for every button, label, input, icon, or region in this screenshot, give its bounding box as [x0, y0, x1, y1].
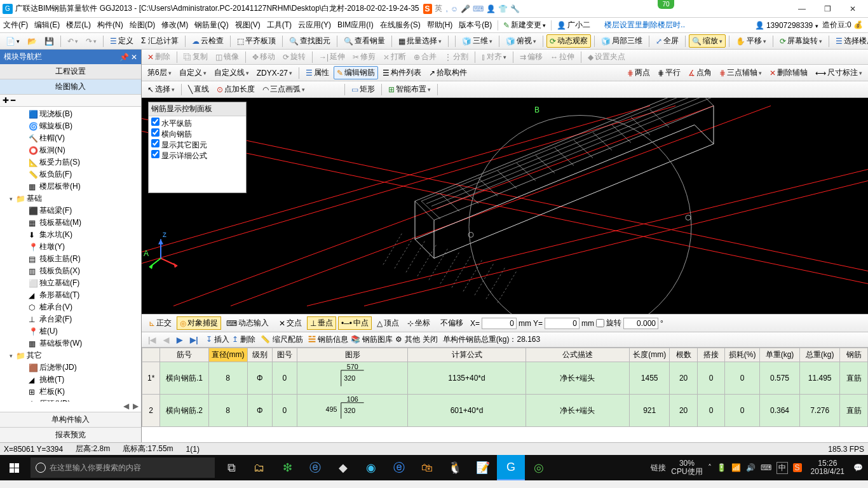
tree-桩(U)[interactable]: 📍桩(U) — [0, 325, 141, 337]
offset-mode[interactable]: 不偏移 — [437, 316, 466, 330]
member-select[interactable]: ZDYX-27 — [254, 67, 295, 79]
tree-独立基础(F)[interactable]: ⬜独立基础(F) — [0, 277, 141, 289]
dyn-input-button[interactable]: ⌨ 动态输入 — [223, 316, 272, 330]
tree-柱墩(Y)[interactable]: 📍柱墩(Y) — [0, 241, 141, 253]
two-point-button[interactable]: ⋕ 两点 — [624, 66, 653, 79]
delete-row-button[interactable]: ↥ 删除 — [232, 334, 255, 345]
select-floor-button[interactable]: ☰ 选择楼层 — [832, 34, 868, 48]
account-button[interactable]: 👤 13907298339 ▾ — [755, 21, 818, 30]
col-13[interactable]: 总重(kg) — [800, 348, 840, 362]
menu-版本号(B)[interactable]: 版本号(B) — [456, 20, 495, 29]
menu-修改(M)[interactable]: 修改(M) — [158, 20, 191, 29]
ime-indicator[interactable]: S 英 ,☺🎤⌨👤👕🔧 — [423, 3, 522, 14]
user-button[interactable]: 👤广小二 — [554, 20, 593, 30]
col-2[interactable]: 直径(mm) — [208, 348, 247, 362]
app-icon-2[interactable]: ◉ — [357, 455, 385, 480]
menu-楼层(L)[interactable]: 楼层(L) — [63, 20, 94, 29]
define-button[interactable]: ☰ 定义 — [107, 34, 137, 48]
col-1[interactable]: 筋号 — [160, 348, 208, 362]
perpendicular-button[interactable]: ⊥ 垂点 — [307, 316, 336, 330]
coord-button[interactable]: ⊹ 坐标 — [404, 316, 433, 330]
y-input[interactable] — [545, 318, 580, 329]
cloud-check-button[interactable]: ☁ 云检查 — [189, 34, 227, 48]
col-12[interactable]: 单重(kg) — [759, 348, 799, 362]
scale-rebar-button[interactable]: 📏 缩尺配筋 — [261, 334, 302, 345]
menu-构件(N)[interactable]: 构件(N) — [94, 20, 126, 29]
mirror-button[interactable]: ◫ 镜像 — [212, 50, 242, 64]
col-0[interactable] — [142, 348, 160, 362]
tree-螺旋板(B)[interactable]: 🌀螺旋板(B) — [0, 120, 141, 132]
local-3d-button[interactable]: 🧊 局部三维 — [598, 34, 646, 48]
col-9[interactable]: 根数 — [670, 348, 698, 362]
delete-axis-button[interactable]: ✕ 删除辅轴 — [766, 66, 811, 79]
ortho-button[interactable]: ⊾ 正交 — [146, 316, 175, 330]
screen-rotate-button[interactable]: ⟳ 屏幕旋转 — [776, 34, 825, 48]
link-label[interactable]: 链接 — [651, 463, 666, 473]
rebar-library-button[interactable]: 📚 钢筋图库 — [351, 334, 393, 345]
pin-icon[interactable]: 📌 ✕ — [119, 53, 137, 62]
ime-s-tray[interactable]: S — [793, 463, 802, 472]
store-icon[interactable]: 🛍 — [413, 455, 441, 480]
table-row[interactable]: 1*横向钢筋.18Φ05703201135+40*d净长+端头145520000… — [142, 362, 868, 395]
menu-视图(V)[interactable]: 视图(V) — [232, 20, 264, 29]
midpoint-button[interactable]: •─• 中点 — [338, 316, 372, 330]
clock[interactable]: 15:262018/4/21 — [807, 459, 848, 476]
floor-select[interactable]: 第6层 — [144, 66, 175, 79]
col-11[interactable]: 损耗(%) — [725, 348, 759, 362]
ie-icon[interactable]: ⓔ — [385, 455, 413, 480]
line-tool[interactable]: ╲ 直线 — [185, 83, 212, 96]
scroll-right-icon[interactable]: ▶ — [133, 402, 139, 410]
col-5[interactable]: 图形 — [297, 348, 408, 362]
top-view-button[interactable]: 🧊 俯视 — [503, 34, 539, 48]
tree-板受力筋(S)[interactable]: 📐板受力筋(S) — [0, 156, 141, 168]
rect-tool[interactable]: ▭ 矩形 — [348, 83, 378, 96]
green-badge[interactable]: 70 — [658, 0, 674, 9]
smart-layout-tool[interactable]: ⊞ 智能布置 — [385, 83, 434, 96]
tree-条形基础(T)[interactable]: ◢条形基础(T) — [0, 289, 141, 301]
member-list-button[interactable]: ☰ 构件列表 — [379, 66, 424, 79]
vertex-button[interactable]: △ 顶点 — [374, 316, 402, 330]
break-button[interactable]: ⤫ 打断 — [380, 50, 409, 64]
merge-button[interactable]: ⊕ 合并 — [410, 50, 440, 64]
col-8[interactable]: 长度(mm) — [630, 348, 670, 362]
point-extend-tool[interactable]: ⊙ 点加长度 — [214, 83, 258, 96]
trim-button[interactable]: ✂ 修剪 — [349, 50, 379, 64]
rotate-button[interactable]: ⟳ 旋转 — [280, 50, 309, 64]
volume-icon[interactable]: 🔊 — [746, 463, 756, 472]
keyboard-icon[interactable]: ⌨ — [761, 463, 771, 472]
tray-up-icon[interactable]: ˄ — [708, 463, 712, 472]
fullscreen-button[interactable]: ⤢ 全屏 — [653, 34, 682, 48]
tree-现浇板(B)[interactable]: 🟦现浇板(B) — [0, 108, 141, 120]
extend-button[interactable]: →| 延伸 — [316, 50, 348, 64]
viewport-3d[interactable]: B A z 钢筋显示控制面板 水平纵筋 横向钢筋 显示其它图元 显示详细公式 — [142, 98, 868, 314]
menu-在线服务(S)[interactable]: 在线服务(S) — [377, 20, 424, 29]
notepad-icon[interactable]: 📝 — [469, 455, 497, 480]
first-record-button[interactable]: |◀ — [146, 336, 158, 344]
opt-显示详细公式[interactable]: 显示详细公式 — [151, 150, 243, 161]
tree-楼层板带(H)[interactable]: ▦楼层板带(H) — [0, 180, 141, 193]
arc-tool[interactable]: ◠ 三点画弧 — [259, 83, 308, 96]
360-icon[interactable]: ❇ — [273, 455, 301, 480]
angle-input[interactable] — [623, 318, 658, 329]
cortana-search[interactable]: 在这里输入你要搜索的内容 — [31, 458, 215, 478]
grip-button[interactable]: ◆ 设置夹点 — [585, 50, 628, 64]
tree-板洞(N)[interactable]: ⭕板洞(N) — [0, 144, 141, 156]
tree-集水坑(K)[interactable]: ⬇集水坑(K) — [0, 229, 141, 241]
cpu-meter[interactable]: 30%CPU使用 — [671, 459, 702, 476]
category-select[interactable]: 自定义 — [176, 66, 210, 79]
tree-基础梁(F)[interactable]: ⬛基础梁(F) — [0, 205, 141, 217]
intersection-button[interactable]: ✕ 交点 — [276, 316, 305, 330]
new-change-button[interactable]: ✎新建变更▾ — [501, 20, 548, 30]
tree-基础板带(W)[interactable]: ▦基础板带(W) — [0, 337, 141, 349]
collapse-icon[interactable]: ━ — [11, 96, 15, 105]
view-rebar-button[interactable]: 🔍 查看钢量 — [341, 34, 388, 48]
menu-BIM应用(I)[interactable]: BIM应用(I) — [334, 20, 377, 29]
x-input[interactable] — [482, 318, 517, 329]
subcategory-select[interactable]: 自定义线 — [211, 66, 252, 79]
tree-筏板负筋(X)[interactable]: ▥筏板负筋(X) — [0, 265, 141, 277]
opt-水平纵筋[interactable]: 水平纵筋 — [151, 118, 243, 128]
property-button[interactable]: ☰ 属性 — [302, 66, 332, 79]
col-14[interactable]: 钢筋 — [840, 348, 868, 362]
tree-承台梁(F)[interactable]: ⊥承台梁(F) — [0, 313, 141, 325]
rebar-info-button[interactable]: ☱ 钢筋信息 — [308, 334, 348, 345]
